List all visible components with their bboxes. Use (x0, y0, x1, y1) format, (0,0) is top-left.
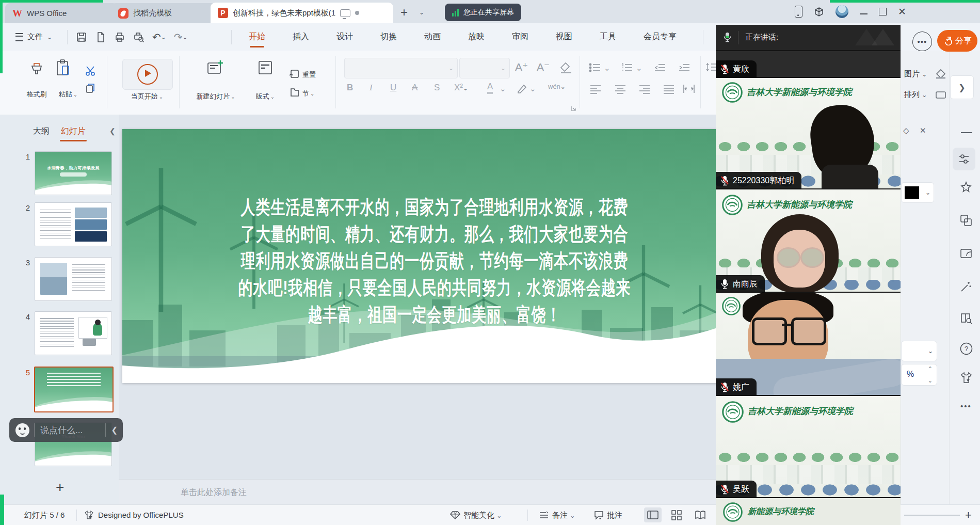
align-right-icon[interactable] (638, 84, 651, 94)
file-menu[interactable]: 文件 ⌄ (15, 23, 52, 51)
close-pane-icon[interactable]: ✕ (920, 126, 926, 135)
zoom-in-button[interactable]: + (965, 508, 972, 522)
slide-sorter-view-button[interactable] (668, 507, 685, 522)
redo-button[interactable]: ↷⌄ (174, 32, 188, 42)
color-swatch-dropdown[interactable]: ⌄ (901, 182, 934, 203)
align-center-icon[interactable] (614, 84, 626, 94)
cut-icon[interactable] (85, 65, 96, 76)
paste-label[interactable]: 粘贴⌄ (50, 90, 87, 99)
tab-slideshow[interactable]: 放映 (468, 31, 485, 42)
restore-button[interactable] (879, 8, 887, 15)
tab-tools[interactable]: 工具 (600, 31, 616, 42)
align-left-icon[interactable] (589, 84, 602, 94)
pane-dropdown[interactable]: ⌄ (901, 341, 937, 361)
outline-style-icon[interactable] (934, 88, 947, 101)
collapse-sidebar-icon[interactable]: ❮ (109, 127, 116, 135)
format-painter-icon[interactable] (29, 60, 44, 76)
participant-tile-3[interactable]: 吉林大学新能源与环境学院 南雨辰 (716, 188, 901, 293)
underline-button[interactable]: U (390, 83, 396, 93)
play-from-current-label[interactable]: 当页开始⌄ (122, 92, 172, 101)
print-icon[interactable] (114, 31, 125, 43)
pinyin-guide-button[interactable]: wén⌄ (548, 83, 566, 90)
tab-animation[interactable]: 动画 (424, 31, 441, 42)
slide-thumbnail-5-selected[interactable] (34, 367, 114, 412)
fill-bucket-icon[interactable] (934, 67, 947, 81)
align-justify-icon[interactable] (663, 84, 675, 94)
reset-label[interactable]: 重置 (302, 70, 316, 79)
properties-pane-button-active[interactable] (953, 148, 975, 170)
participant-tile-6[interactable]: 新能源与环境学院 (716, 497, 901, 525)
participant-tile-5[interactable]: 吉林大学新能源与环境学院 吴跃 (716, 395, 901, 498)
tab-design[interactable]: 设计 (336, 31, 353, 42)
3d-cube-icon[interactable] (814, 7, 824, 17)
magic-wand-button[interactable] (955, 280, 977, 293)
close-button[interactable]: ✕ (898, 6, 906, 18)
paste-icon[interactable] (55, 59, 71, 76)
font-color-chevron-icon[interactable]: ⌄ (500, 84, 506, 93)
copy-icon[interactable] (85, 83, 95, 94)
tab-view[interactable]: 视图 (556, 31, 572, 42)
new-tab-button[interactable]: + (400, 6, 408, 19)
section-label[interactable]: 节⌄ (302, 89, 314, 98)
numbering-chevron-icon[interactable]: ⌄ (636, 63, 642, 73)
decrease-indent-icon[interactable] (653, 62, 667, 73)
save-icon[interactable] (76, 31, 87, 43)
superscript-button[interactable]: X²⌄ (454, 83, 468, 93)
font-size-combobox[interactable]: ⌄ (459, 58, 510, 78)
pin-pane-icon[interactable]: ◇ (903, 126, 909, 135)
collapse-chat-icon[interactable]: ❮ (106, 425, 123, 435)
skin-theme-button[interactable] (955, 371, 977, 385)
tab-template-store[interactable]: 找稻壳模板 (111, 3, 218, 23)
group-expander-icon[interactable] (570, 105, 578, 113)
search-reference-button[interactable] (955, 312, 977, 325)
zoom-slider[interactable] (904, 515, 960, 516)
percent-spinner[interactable]: % ⌃ ⌄ (901, 364, 937, 386)
assistant-bubble-icon[interactable]: ••• (912, 31, 932, 51)
designed-by-label[interactable]: Designed by OfficePLUS (98, 511, 184, 519)
decrease-font-button[interactable]: A⁻ (537, 61, 550, 73)
notes-placeholder[interactable]: 单击此处添加备注 (181, 487, 247, 498)
participant-tile-1[interactable]: 黄欣 (716, 50, 901, 78)
print-preview-icon[interactable] (133, 31, 144, 43)
spinner-down-icon[interactable]: ⌄ (928, 377, 933, 384)
add-slide-button[interactable]: + (56, 479, 64, 496)
minimize-button[interactable] (860, 13, 867, 14)
chat-input-placeholder[interactable]: 说点什么... (35, 424, 105, 436)
tab-list-chevron-icon[interactable]: ⌄ (419, 9, 424, 16)
slide-body-text[interactable]: 人类生活是离不开水的，国家为了合理地利用水资源，花费 了大量的时间、精力、还有财… (197, 194, 672, 328)
picture-menu[interactable]: 图片 ⌄ (904, 69, 927, 79)
user-avatar[interactable] (836, 5, 848, 18)
tab-active-document[interactable]: P 创新科技，绿色未来ppt模板(1 (211, 3, 393, 23)
more-tools-icon[interactable]: ••• (955, 402, 977, 410)
tab-membership[interactable]: 会员专享 (644, 31, 677, 42)
new-slide-icon[interactable] (205, 58, 225, 77)
shadow-button[interactable]: S (434, 83, 440, 93)
highlight-chevron-icon[interactable]: ⌄ (529, 84, 536, 93)
participant-tile-2[interactable]: 吉林大学新能源与环境学院 25220330郭柏明 (716, 77, 901, 189)
comments-button[interactable]: 批注 (607, 511, 622, 520)
slide-thumbnail-1[interactable]: 水润青春，助力可持续发展 (35, 151, 112, 195)
numbered-list-icon[interactable] (620, 62, 634, 73)
reading-view-button[interactable] (692, 507, 709, 522)
font-family-combobox[interactable]: ⌄ (344, 58, 458, 78)
clear-format-eraser-icon[interactable] (559, 62, 573, 75)
tab-slides[interactable]: 幻灯片 (61, 126, 86, 137)
slide-thumbnail-3[interactable] (35, 257, 112, 301)
minimize-pane-icon[interactable] (961, 132, 972, 133)
meeting-chat-bar[interactable]: 说点什么... ❮ (9, 418, 123, 442)
tab-review[interactable]: 审阅 (512, 31, 528, 42)
export-icon[interactable] (95, 31, 106, 43)
highlight-pen-icon[interactable] (516, 83, 528, 95)
mobile-view-icon[interactable] (795, 6, 802, 18)
image-assets-button[interactable] (955, 247, 977, 260)
effects-star-button[interactable] (955, 181, 977, 194)
play-from-current-button[interactable] (122, 59, 173, 90)
arrange-menu[interactable]: 排列 ⌄ (904, 90, 927, 100)
strikethrough-button[interactable]: A (412, 83, 417, 93)
normal-view-button[interactable] (644, 507, 662, 522)
bullet-list-icon[interactable] (588, 62, 602, 73)
participant-tile-4[interactable]: 吉林大学新能源与环境学院 姚广 (716, 292, 901, 396)
notes-toggle-button[interactable]: 备注 ⌄ (552, 511, 575, 520)
share-button[interactable]: 分享 (937, 30, 977, 52)
slide-thumbnail-4[interactable] (35, 311, 112, 355)
